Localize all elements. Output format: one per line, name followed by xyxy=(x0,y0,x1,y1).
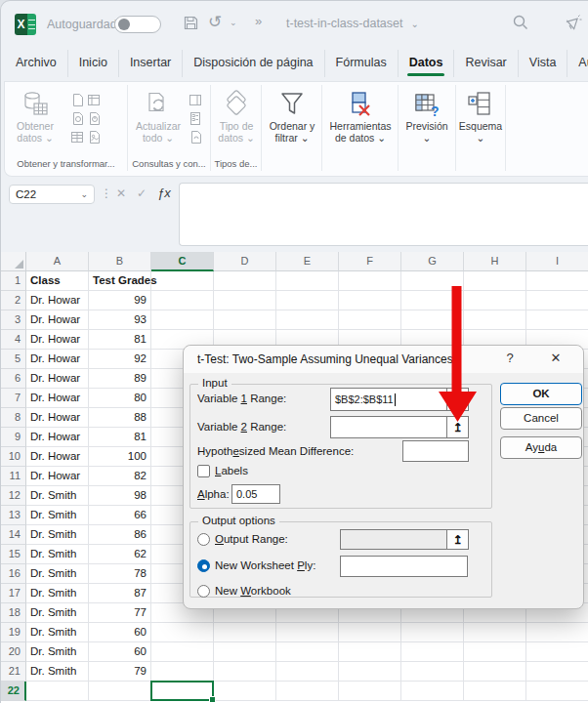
sort-filter-button[interactable]: Ordenar y filtrar ⌄ xyxy=(264,89,320,144)
cell-D20[interactable] xyxy=(214,642,276,662)
cell-E21[interactable] xyxy=(276,662,339,682)
labels-checkbox[interactable] xyxy=(197,465,210,477)
row-header-11[interactable]: 11 xyxy=(1,467,26,486)
cell-B15[interactable]: 62 xyxy=(89,545,151,564)
row-header-9[interactable]: 9 xyxy=(1,428,26,447)
cell-A10[interactable]: Dr. Howar xyxy=(26,447,89,467)
row-header-18[interactable]: 18 xyxy=(1,603,26,623)
column-header-G[interactable]: G xyxy=(401,252,464,271)
cell-F21[interactable] xyxy=(339,662,401,682)
output-range-field[interactable]: ↥ xyxy=(340,529,469,550)
cell-D2[interactable] xyxy=(214,291,276,310)
cell-C19[interactable] xyxy=(151,623,214,642)
cell-A21[interactable]: Dr. Smith xyxy=(26,662,89,682)
cell-E3[interactable] xyxy=(276,310,339,330)
undo-icon[interactable]: ↺ xyxy=(208,12,222,32)
outline-button[interactable]: Esquema ⌄ xyxy=(452,89,509,144)
cell-C20[interactable] xyxy=(151,642,214,662)
cell-A18[interactable]: Dr. Smith xyxy=(26,603,89,623)
cell-B5[interactable]: 92 xyxy=(89,350,151,369)
row-header-17[interactable]: 17 xyxy=(1,584,26,603)
cell-B3[interactable]: 93 xyxy=(89,310,151,330)
cell-I3[interactable] xyxy=(526,310,588,330)
new-worksheet-ply-radio[interactable] xyxy=(197,559,210,572)
tab-automatizar[interactable]: Automatizar xyxy=(567,50,588,77)
cell-I20[interactable] xyxy=(526,642,588,662)
column-header-A[interactable]: A xyxy=(26,252,89,271)
cell-A5[interactable]: Dr. Howar xyxy=(26,350,89,369)
cell-B21[interactable]: 79 xyxy=(89,662,151,682)
cell-H20[interactable] xyxy=(464,642,526,662)
announcement-icon[interactable] xyxy=(565,13,583,31)
cancel-entry-icon[interactable]: ✕ xyxy=(116,186,126,200)
cell-B10[interactable]: 100 xyxy=(89,447,151,467)
data-tools-button[interactable]: Herramientas de datos ⌄ xyxy=(332,89,389,144)
cell-B18[interactable]: 77 xyxy=(89,603,151,623)
row-header-3[interactable]: 3 xyxy=(1,310,26,330)
cell-H22[interactable] xyxy=(464,682,526,701)
formula-bar-grip[interactable]: ⋮ xyxy=(101,186,112,200)
tab-datos[interactable]: Datos xyxy=(399,50,455,77)
cell-A8[interactable]: Dr. Howar xyxy=(26,408,89,428)
cell-A15[interactable]: Dr. Smith xyxy=(26,545,89,564)
cell-F3[interactable] xyxy=(339,310,401,330)
cell-B11[interactable]: 82 xyxy=(89,467,151,486)
cell-E1[interactable] xyxy=(276,271,339,291)
cell-B12[interactable]: 98 xyxy=(89,486,151,506)
row-header-12[interactable]: 12 xyxy=(1,486,26,506)
new-workbook-label[interactable]: New Workbook xyxy=(215,585,291,597)
cell-A9[interactable]: Dr. Howar xyxy=(26,428,89,447)
column-header-I[interactable]: I xyxy=(526,252,588,271)
row-header-7[interactable]: 7 xyxy=(1,389,26,408)
tab-disposición-de-página[interactable]: Disposición de página xyxy=(183,50,324,77)
row-header-2[interactable]: 2 xyxy=(1,291,26,310)
tab-revisar[interactable]: Revisar xyxy=(454,50,518,77)
cell-F1[interactable] xyxy=(339,271,401,291)
cell-B9[interactable]: 81 xyxy=(89,428,151,447)
new-worksheet-ply-field[interactable] xyxy=(340,556,468,577)
help-button[interactable]: Ayuda xyxy=(500,436,582,459)
select-all-corner[interactable] xyxy=(1,252,26,271)
column-header-E[interactable]: E xyxy=(276,252,339,271)
cell-A19[interactable]: Dr. Smith xyxy=(26,623,89,642)
row-header-15[interactable]: 15 xyxy=(1,545,26,564)
row-header-10[interactable]: 10 xyxy=(1,447,26,467)
cell-I2[interactable] xyxy=(526,291,588,310)
cell-I19[interactable] xyxy=(526,623,588,642)
row-header-5[interactable]: 5 xyxy=(1,350,26,369)
output-range-label[interactable]: Output Range: xyxy=(215,533,288,545)
cell-B6[interactable]: 89 xyxy=(89,369,151,389)
cell-I1[interactable] xyxy=(526,271,588,291)
dialog-help-icon[interactable]: ? xyxy=(501,351,519,368)
cell-A7[interactable]: Dr. Howar xyxy=(26,389,89,408)
cell-B17[interactable]: 87 xyxy=(89,584,151,603)
undo-dropdown-icon[interactable]: ⌄ xyxy=(230,18,237,27)
cell-G19[interactable] xyxy=(401,623,464,642)
cell-B8[interactable]: 88 xyxy=(89,408,151,428)
row-header-6[interactable]: 6 xyxy=(1,369,26,389)
cell-E2[interactable] xyxy=(276,291,339,310)
cell-A11[interactable]: Dr. Howar xyxy=(26,467,89,486)
cell-E19[interactable] xyxy=(276,623,339,642)
output-range-radio[interactable] xyxy=(197,533,210,546)
document-title[interactable]: t-test-in-class-dataset⌄ xyxy=(286,17,419,30)
cell-A13[interactable]: Dr. Smith xyxy=(26,506,89,525)
cell-A2[interactable]: Dr. Howar xyxy=(26,291,89,310)
cell-B4[interactable]: 81 xyxy=(89,330,151,350)
cell-C3[interactable] xyxy=(151,310,214,330)
formula-bar-input[interactable] xyxy=(179,183,588,246)
name-box-dropdown-icon[interactable]: ⌄ xyxy=(80,189,88,199)
cell-C1[interactable] xyxy=(151,271,214,291)
row-header-1[interactable]: 1 xyxy=(1,271,26,291)
column-header-D[interactable]: D xyxy=(214,252,276,271)
cell-D22[interactable] xyxy=(214,682,276,701)
row-header-8[interactable]: 8 xyxy=(1,408,26,428)
cell-F20[interactable] xyxy=(339,642,401,662)
row-header-20[interactable]: 20 xyxy=(1,642,26,662)
cell-A14[interactable]: Dr. Smith xyxy=(26,525,89,545)
cell-G20[interactable] xyxy=(401,642,464,662)
cell-A16[interactable]: Dr. Smith xyxy=(26,564,89,584)
cell-A22[interactable] xyxy=(26,682,89,701)
cell-F22[interactable] xyxy=(339,682,401,701)
cell-G21[interactable] xyxy=(401,662,464,682)
